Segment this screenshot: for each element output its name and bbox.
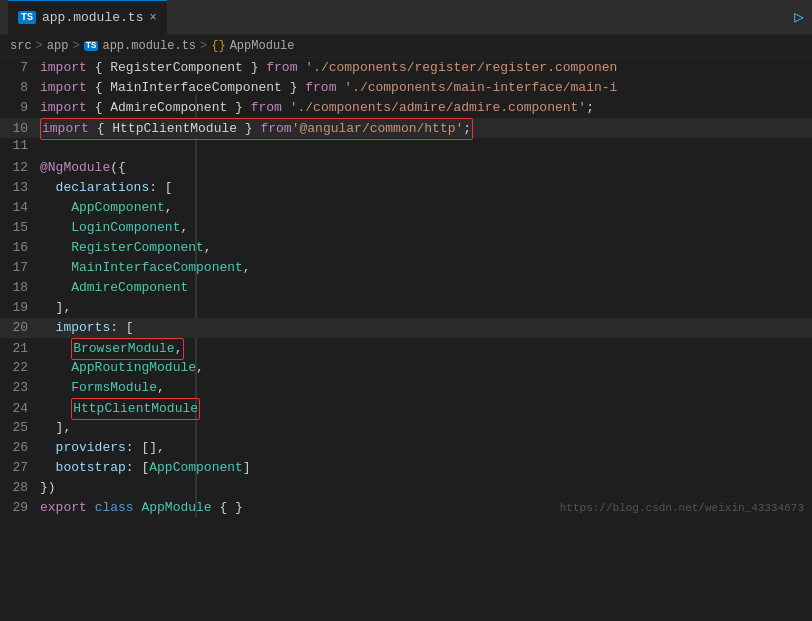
table-row: 22 AppRoutingModule,	[0, 358, 812, 378]
breadcrumb-src: src	[10, 39, 32, 53]
table-row: 16 RegisterComponent,	[0, 238, 812, 258]
line-content: HttpClientModule	[40, 398, 200, 420]
table-row: 23 FormsModule,	[0, 378, 812, 398]
line-number: 14	[0, 200, 40, 215]
line-content: import { AdmireComponent } from './compo…	[40, 98, 594, 118]
line-content: import { HttpClientModule } from'@angula…	[40, 118, 473, 140]
breadcrumb-sep1: >	[36, 39, 43, 53]
table-row: 28 })	[0, 478, 812, 498]
tab-filename: app.module.ts	[42, 10, 143, 25]
line-number: 21	[0, 341, 40, 356]
line-content: export class AppModule { }	[40, 498, 243, 518]
line-number: 20	[0, 320, 40, 335]
line-number: 28	[0, 480, 40, 495]
line-content: ],	[40, 418, 71, 438]
line-content: AdmireComponent	[40, 278, 188, 298]
table-row: 13 declarations: [	[0, 178, 812, 198]
line-number: 10	[0, 121, 40, 136]
line-content: import { MainInterfaceComponent } from '…	[40, 78, 617, 98]
line-number: 8	[0, 80, 40, 95]
breadcrumb-file: app.module.ts	[102, 39, 196, 53]
tab-app-module[interactable]: TS app.module.ts ×	[8, 0, 167, 35]
line-content: AppRoutingModule,	[40, 358, 204, 378]
table-row: 14 AppComponent,	[0, 198, 812, 218]
line-number: 9	[0, 100, 40, 115]
line-number: 24	[0, 401, 40, 416]
line-number: 7	[0, 60, 40, 75]
line-number: 27	[0, 460, 40, 475]
line-number: 17	[0, 260, 40, 275]
line-content: @NgModule({	[40, 158, 126, 178]
table-row: 12 @NgModule({	[0, 158, 812, 178]
module-icon: {}	[211, 39, 225, 53]
breadcrumb-module: AppModule	[230, 39, 295, 53]
line-number: 16	[0, 240, 40, 255]
line-content: providers: [],	[40, 438, 165, 458]
table-row: 18 AdmireComponent	[0, 278, 812, 298]
line-number: 19	[0, 300, 40, 315]
watermark: https://blog.csdn.net/weixin_43334673	[560, 502, 804, 514]
line-number: 29	[0, 500, 40, 515]
table-row: 20 imports: [	[0, 318, 812, 338]
line-number: 11	[0, 138, 40, 153]
line-content: bootstrap: [AppComponent]	[40, 458, 251, 478]
line-content: AppComponent,	[40, 198, 173, 218]
line-content: import { RegisterComponent } from './com…	[40, 58, 617, 78]
tab-bar: TS app.module.ts × ▷	[0, 0, 812, 35]
table-row: 15 LoginComponent,	[0, 218, 812, 238]
line-content: })	[40, 478, 56, 498]
line-number: 12	[0, 160, 40, 175]
line-number: 26	[0, 440, 40, 455]
ts-badge: TS	[18, 11, 36, 24]
breadcrumb-sep3: >	[200, 39, 207, 53]
line-number: 18	[0, 280, 40, 295]
table-row: 21 BrowserModule,	[0, 338, 812, 358]
breadcrumb-ts-badge: TS	[84, 41, 99, 51]
close-icon[interactable]: ×	[149, 11, 156, 25]
line-number: 15	[0, 220, 40, 235]
line-number: 23	[0, 380, 40, 395]
table-row: 8 import { MainInterfaceComponent } from…	[0, 78, 812, 98]
line-number: 22	[0, 360, 40, 375]
line-content: declarations: [	[40, 178, 173, 198]
table-row: 19 ],	[0, 298, 812, 318]
line-number: 25	[0, 420, 40, 435]
line-content: FormsModule,	[40, 378, 165, 398]
table-row: 27 bootstrap: [AppComponent]	[0, 458, 812, 478]
table-row: 10 import { HttpClientModule } from'@ang…	[0, 118, 812, 138]
table-row: 7 import { RegisterComponent } from './c…	[0, 58, 812, 78]
table-row: 17 MainInterfaceComponent,	[0, 258, 812, 278]
line-content: RegisterComponent,	[40, 238, 212, 258]
line-number: 13	[0, 180, 40, 195]
breadcrumb-app: app	[47, 39, 69, 53]
line-content: LoginComponent,	[40, 218, 188, 238]
line-content: ],	[40, 298, 71, 318]
run-icon[interactable]: ▷	[794, 7, 804, 27]
table-row: 26 providers: [],	[0, 438, 812, 458]
table-row: 25 ],	[0, 418, 812, 438]
line-content: MainInterfaceComponent,	[40, 258, 251, 278]
table-row: 11	[0, 138, 812, 158]
line-content: imports: [	[40, 318, 134, 338]
table-row: 9 import { AdmireComponent } from './com…	[0, 98, 812, 118]
breadcrumb-sep2: >	[72, 39, 79, 53]
breadcrumb: src > app > TS app.module.ts > {} AppMod…	[0, 35, 812, 58]
code-area: 7 import { RegisterComponent } from './c…	[0, 58, 812, 518]
table-row: 24 HttpClientModule	[0, 398, 812, 418]
line-content: BrowserModule,	[40, 338, 184, 360]
